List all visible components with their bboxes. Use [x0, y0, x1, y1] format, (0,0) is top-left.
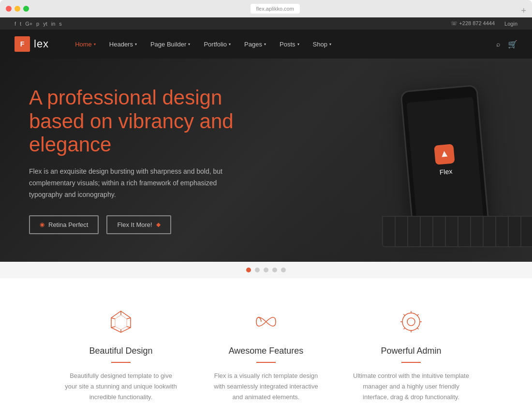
- phone-logo-icon: [434, 144, 455, 165]
- laptop-keyboard: [382, 216, 532, 247]
- slide-dot-3[interactable]: [264, 268, 268, 272]
- nav-page-builder[interactable]: Page Builder ▾: [144, 30, 197, 59]
- svg-line-4: [111, 327, 115, 328]
- powerful-admin-title: Powerful Admin: [353, 346, 469, 356]
- nav-shop[interactable]: Shop ▾: [306, 30, 338, 59]
- logo-text: lex: [34, 38, 49, 50]
- nav-headers[interactable]: Headers ▾: [103, 30, 144, 59]
- retina-perfect-button[interactable]: ◉ Retina Perfect: [29, 215, 99, 234]
- nav-menu: Home ▾ Headers ▾ Page Builder ▾ Portfoli…: [68, 30, 496, 59]
- nav-right: ⌕ 🛒: [496, 40, 517, 49]
- awesome-features-icon: [208, 307, 324, 336]
- phone-brand-text: Flex: [439, 167, 453, 176]
- nav-portfolio[interactable]: Portfolio ▾: [197, 30, 237, 59]
- social-twitter[interactable]: t: [20, 21, 21, 27]
- svg-line-17: [404, 328, 405, 329]
- login-link[interactable]: Login: [504, 21, 517, 27]
- hero-devices: Flex: [290, 73, 532, 257]
- feature-powerful-admin: Powerful Admin Ultimate control with the…: [339, 307, 484, 403]
- awesome-features-title: Awesome Features: [208, 346, 324, 356]
- flex-more-button[interactable]: Flex It More! ◆: [106, 215, 171, 234]
- traffic-yellow[interactable]: [15, 6, 20, 12]
- svg-line-14: [404, 314, 405, 316]
- svg-line-3: [127, 318, 131, 319]
- beautiful-design-title: Beautiful Design: [63, 346, 179, 356]
- hero-buttons: ◉ Retina Perfect Flex It More! ◆: [29, 215, 242, 234]
- phone-number: ☏ +228 872 4444: [451, 20, 495, 27]
- feature-awesome-features: Awesome Features Flex is a visually rich…: [193, 307, 339, 403]
- svg-point-8: [407, 318, 415, 326]
- hero-title: A professional design based on vibrancy …: [29, 86, 242, 156]
- svg-marker-1: [115, 315, 127, 329]
- diamond-icon: ◆: [156, 221, 161, 228]
- features-section: Beautiful Design Beautifully designed te…: [0, 278, 532, 419]
- powerful-admin-icon: [353, 307, 469, 336]
- browser-traffic-lights: [6, 6, 29, 12]
- hero-phone: Flex: [400, 85, 490, 236]
- social-links: f t G+ p yt in s: [15, 21, 62, 27]
- social-pinterest[interactable]: p: [36, 21, 39, 27]
- logo-icon: F: [15, 36, 30, 52]
- awesome-features-divider: [256, 362, 276, 363]
- traffic-green[interactable]: [23, 6, 29, 12]
- address-bar[interactable]: flex.aplikko.com: [251, 4, 300, 14]
- awesome-features-desc: Flex is a visually rich template design …: [208, 371, 324, 403]
- beautiful-design-icon: [63, 307, 179, 336]
- social-skype[interactable]: s: [59, 21, 62, 27]
- social-youtube[interactable]: yt: [43, 21, 47, 27]
- top-bar: f t G+ p yt in s ☏ +228 872 4444 Login: [0, 17, 532, 30]
- logo[interactable]: F lex: [15, 36, 49, 52]
- nav-pages[interactable]: Pages ▾: [237, 30, 273, 59]
- slide-dot-1[interactable]: [246, 268, 251, 272]
- top-bar-right: ☏ +228 872 4444 Login: [451, 20, 517, 27]
- svg-line-15: [417, 328, 419, 329]
- nav-posts[interactable]: Posts ▾: [273, 30, 306, 59]
- beautiful-design-desc: Beautifully designed template to give yo…: [63, 371, 179, 403]
- search-icon[interactable]: ⌕: [496, 40, 500, 48]
- navbar: F lex Home ▾ Headers ▾ Page Builder ▾ Po…: [0, 30, 532, 59]
- svg-line-2: [111, 318, 115, 319]
- hero-content: A professional design based on vibrancy …: [0, 86, 271, 234]
- cart-icon[interactable]: 🛒: [508, 40, 517, 49]
- traffic-red[interactable]: [6, 6, 12, 12]
- slider-dots: [0, 262, 532, 278]
- eye-icon: ◉: [40, 221, 44, 228]
- social-linkedin[interactable]: in: [51, 21, 56, 27]
- hero-section: Flex A professional design based on vibr…: [0, 59, 532, 262]
- feature-beautiful-design: Beautiful Design Beautifully designed te…: [48, 307, 193, 403]
- nav-home[interactable]: Home ▾: [68, 30, 103, 59]
- svg-line-5: [127, 327, 131, 328]
- phone-screen: Flex: [406, 97, 484, 223]
- slide-dot-2[interactable]: [255, 268, 260, 272]
- powerful-admin-divider: [401, 362, 421, 363]
- slide-dot-4[interactable]: [272, 268, 277, 272]
- social-gplus[interactable]: G+: [25, 21, 32, 27]
- beautiful-design-divider: [111, 362, 131, 363]
- slide-dot-5[interactable]: [281, 268, 286, 272]
- hero-description: Flex is an exquisite design bursting wit…: [29, 166, 232, 200]
- new-tab-button[interactable]: +: [521, 6, 526, 15]
- social-facebook[interactable]: f: [15, 21, 16, 27]
- svg-line-16: [417, 314, 419, 316]
- powerful-admin-desc: Ultimate control with the intuitive temp…: [353, 371, 469, 403]
- browser-chrome: flex.aplikko.com +: [0, 0, 532, 17]
